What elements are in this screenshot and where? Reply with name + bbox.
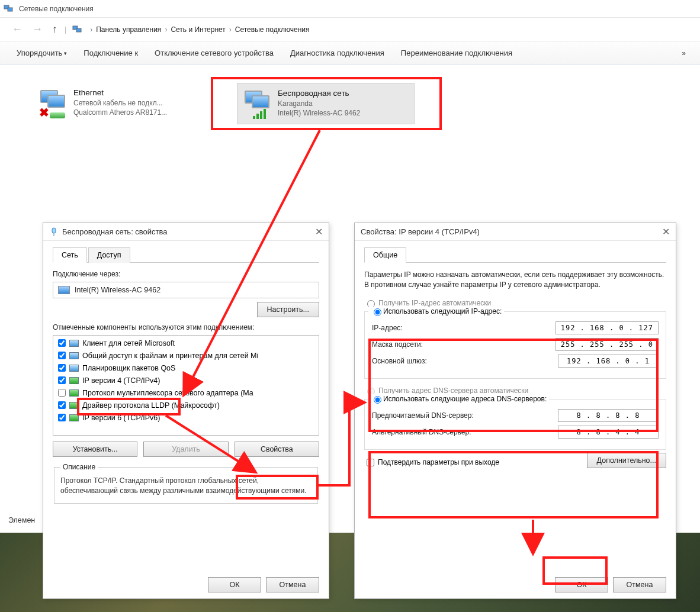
connection-adapter: Intel(R) Wireless-AC 9462	[278, 108, 360, 118]
back-button[interactable]: ←	[7, 23, 27, 36]
adapter-properties-dialog: Беспроводная сеть: свойства ✕ Сеть Досту…	[43, 223, 329, 599]
component-checkbox[interactable]	[58, 339, 66, 347]
breadcrumb-item[interactable]: Сеть и Интернет	[167, 25, 229, 34]
ip-address-input[interactable]: 192 . 168 . 0 . 127	[555, 321, 659, 334]
toolbar: Упорядочить▾ Подключение к Отключение се…	[0, 41, 700, 65]
connection-adapter: Qualcomm Atheros AR8171...	[73, 108, 167, 117]
component-item[interactable]: Протокол мультиплексора сетевого адаптер…	[53, 386, 319, 399]
description-legend: Описание	[60, 463, 98, 471]
window-title: Сетевые подключения	[19, 5, 94, 13]
toolbar-overflow[interactable]: »	[676, 49, 692, 57]
tab-network[interactable]: Сеть	[53, 247, 87, 263]
title-bar: Сетевые подключения	[0, 0, 700, 18]
connection-name: Ethernet	[73, 88, 167, 98]
forward-button[interactable]: →	[27, 23, 47, 36]
component-checkbox[interactable]	[58, 352, 66, 359]
component-item[interactable]: Клиент для сетей Microsoft	[53, 337, 319, 349]
advanced-button[interactable]: Дополнительно...	[587, 453, 666, 468]
connection-item-wifi[interactable]: Беспроводная сеть Karaganda Intel(R) Wir…	[237, 83, 415, 124]
gateway-input[interactable]: 192 . 168 . 0 . 1	[558, 355, 659, 368]
connection-name: Беспроводная сеть	[278, 88, 360, 99]
alternate-dns-label: Альтернативный DNS-сервер:	[372, 428, 471, 436]
ethernet-disconnected-icon: ✖	[38, 88, 69, 118]
connect-through-label: Подключение через:	[53, 270, 319, 278]
configure-button[interactable]: Настроить...	[257, 302, 320, 317]
component-item[interactable]: Планировщик пакетов QoS	[53, 362, 319, 374]
breadcrumb-item[interactable]: Сетевые подключения	[232, 25, 313, 34]
connection-status: Karaganda	[278, 99, 360, 108]
confirm-on-exit-checkbox[interactable]	[367, 459, 374, 466]
svg-rect-3	[76, 28, 81, 32]
ok-button[interactable]: ОК	[555, 577, 608, 592]
radio-ip-manual[interactable]	[374, 308, 381, 316]
radio-dns-manual[interactable]	[374, 396, 381, 404]
adapter-icon	[58, 286, 70, 294]
description-text: Протокол TCP/IP. Стандартный протокол гл…	[60, 476, 312, 496]
properties-button[interactable]: Свойства	[235, 442, 319, 457]
rename-connection-button[interactable]: Переименование подключения	[393, 49, 521, 57]
subnet-mask-label: Маска подсети:	[372, 340, 423, 349]
remove-button[interactable]: Удалить	[143, 442, 228, 457]
network-connections-icon	[4, 4, 14, 14]
breadcrumb-item[interactable]: Панель управления	[92, 25, 165, 34]
cancel-button[interactable]: Отмена	[613, 577, 666, 592]
help-text: Параметры IP можно назначать автоматичес…	[364, 270, 666, 290]
disable-device-button[interactable]: Отключение сетевого устройства	[146, 49, 282, 57]
preferred-dns-label: Предпочитаемый DNS-сервер:	[372, 411, 474, 420]
ip-group: Использовать следующий IP-адрес: IP-адре…	[364, 311, 666, 379]
components-label: Отмеченные компоненты используются этим …	[53, 323, 319, 331]
close-button[interactable]: ✕	[315, 226, 323, 237]
close-button[interactable]: ✕	[662, 226, 670, 237]
gateway-label: Основной шлюз:	[372, 357, 427, 365]
address-bar: ← → ↑ | › Панель управления › Сеть и Инт…	[0, 18, 700, 41]
ok-button[interactable]: ОК	[208, 577, 261, 592]
ip-address-label: IP-адрес:	[372, 324, 403, 332]
breadcrumb[interactable]: › Панель управления › Сеть и Интернет › …	[90, 25, 313, 34]
connection-status: Сетевой кабель не подкл...	[73, 98, 167, 108]
svg-rect-4	[52, 228, 56, 233]
cutoff-text: Элемен	[8, 516, 35, 524]
component-checkbox[interactable]	[58, 364, 66, 372]
component-checkbox[interactable]	[58, 414, 66, 421]
diagnose-button[interactable]: Диагностика подключения	[282, 49, 393, 57]
cancel-button[interactable]: Отмена	[266, 577, 319, 592]
alternate-dns-input[interactable]: 8 . 8 . 4 . 4	[558, 426, 659, 439]
description-group: Описание Протокол TCP/IP. Стандартный пр…	[54, 463, 318, 504]
tab-access[interactable]: Доступ	[88, 247, 130, 263]
adapter-box: Intel(R) Wireless-AC 9462	[53, 282, 319, 298]
connect-to-button[interactable]: Подключение к	[75, 49, 146, 57]
components-list[interactable]: Клиент для сетей Microsoft Общий доступ …	[53, 335, 319, 436]
network-connections-icon	[72, 24, 83, 35]
adapter-name: Intel(R) Wireless-AC 9462	[75, 286, 160, 294]
connection-item-ethernet[interactable]: ✖ Ethernet Сетевой кабель не подкл... Qu…	[33, 83, 211, 123]
component-item[interactable]: IP версии 6 (TCP/IPv6)	[53, 411, 319, 424]
dns-group: Использовать следующие адреса DNS-сервер…	[364, 399, 666, 450]
adapter-dialog-icon	[49, 227, 59, 237]
organize-menu[interactable]: Упорядочить▾	[8, 49, 75, 57]
up-button[interactable]: ↑	[47, 23, 62, 36]
install-button[interactable]: Установить...	[53, 442, 137, 457]
component-checkbox[interactable]	[58, 389, 66, 397]
wifi-connected-icon	[242, 88, 273, 119]
dialog-title: Свойства: IP версии 4 (TCP/IPv4)	[361, 227, 480, 236]
component-item[interactable]: Драйвер протокола LLDP (Майкрософт)	[53, 399, 319, 411]
dialog-title: Беспроводная сеть: свойства	[62, 227, 168, 236]
preferred-dns-input[interactable]: 8 . 8 . 8 . 8	[558, 409, 659, 422]
subnet-mask-input[interactable]: 255 . 255 . 255 . 0	[555, 338, 659, 351]
tab-general[interactable]: Общие	[364, 247, 406, 263]
component-checkbox[interactable]	[58, 376, 66, 384]
component-item[interactable]: Общий доступ к файлам и принтерам для се…	[53, 349, 319, 362]
component-item-ipv4[interactable]: IP версии 4 (TCP/IPv4)	[53, 374, 319, 386]
svg-rect-1	[8, 8, 12, 11]
component-checkbox[interactable]	[58, 401, 66, 409]
ipv4-properties-dialog: Свойства: IP версии 4 (TCP/IPv4) ✕ Общие…	[354, 223, 676, 599]
